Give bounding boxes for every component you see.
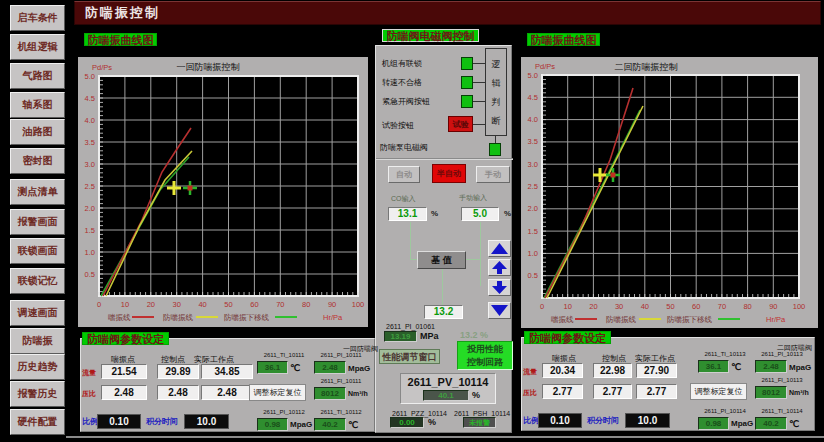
svg-text:4.0: 4.0 [85,116,95,125]
svg-text:40: 40 [641,302,649,311]
svg-text:50: 50 [224,300,232,309]
svg-text:2.5: 2.5 [85,182,95,191]
svg-text:60: 60 [692,302,700,311]
svg-text:防喘振线: 防喘振线 [163,313,194,322]
svg-text:40: 40 [198,300,206,309]
svg-text:喘振线: 喘振线 [551,315,574,324]
svg-text:3.5: 3.5 [528,137,538,146]
svg-text:Pd/Ps: Pd/Ps [92,63,112,72]
svg-text:90: 90 [769,302,777,311]
svg-text:0.5: 0.5 [528,271,538,280]
svg-text:防喘振下移线: 防喘振下移线 [224,313,270,322]
svg-text:70: 70 [276,300,284,309]
svg-text:Hr/Pa: Hr/Pa [323,313,343,322]
svg-text:3.0: 3.0 [528,160,538,169]
svg-text:2.0: 2.0 [528,204,538,213]
svg-text:70: 70 [718,302,726,311]
svg-text:10: 10 [564,302,572,311]
svg-text:20: 20 [589,302,597,311]
svg-text:3.5: 3.5 [85,138,95,147]
svg-text:80: 80 [302,300,310,309]
svg-text:4.0: 4.0 [528,115,538,124]
svg-text:4.5: 4.5 [528,93,538,102]
svg-text:1.0: 1.0 [85,248,95,257]
svg-text:100: 100 [793,302,806,311]
svg-text:Hr/Pa: Hr/Pa [766,315,786,324]
svg-text:80: 80 [743,302,751,311]
svg-text:2.5: 2.5 [528,182,538,191]
svg-text:1.5: 1.5 [528,227,538,236]
svg-text:0: 0 [540,302,544,311]
svg-text:防喘振线: 防喘振线 [606,315,637,324]
svg-text:60: 60 [250,300,258,309]
svg-text:防喘振下移线: 防喘振下移线 [667,315,713,324]
svg-text:1.0: 1.0 [528,249,538,258]
svg-text:100: 100 [352,300,365,309]
svg-text:50: 50 [666,302,674,311]
svg-text:5.0: 5.0 [528,71,538,80]
svg-text:10: 10 [121,300,129,309]
svg-text:二回防喘振控制: 二回防喘振控制 [615,62,678,72]
svg-text:0.5: 0.5 [85,270,95,279]
svg-text:5.0: 5.0 [85,72,95,81]
svg-text:30: 30 [615,302,623,311]
svg-text:30: 30 [173,300,181,309]
svg-text:1.5: 1.5 [85,226,95,235]
svg-text:喘振线: 喘振线 [108,313,131,322]
svg-text:90: 90 [328,300,336,309]
svg-text:3.0: 3.0 [85,160,95,169]
svg-text:4.5: 4.5 [85,94,95,103]
svg-text:一回防喘振控制: 一回防喘振控制 [177,62,240,72]
svg-text:2.0: 2.0 [85,204,95,213]
svg-text:Pd/Ps: Pd/Ps [535,62,555,71]
svg-text:0: 0 [97,300,101,309]
svg-text:20: 20 [147,300,155,309]
